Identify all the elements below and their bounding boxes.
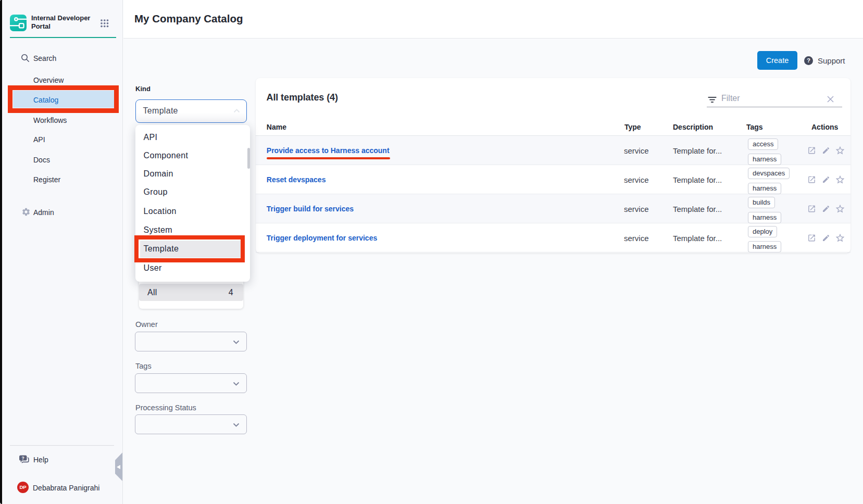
svg-text:?: ? (22, 456, 24, 461)
